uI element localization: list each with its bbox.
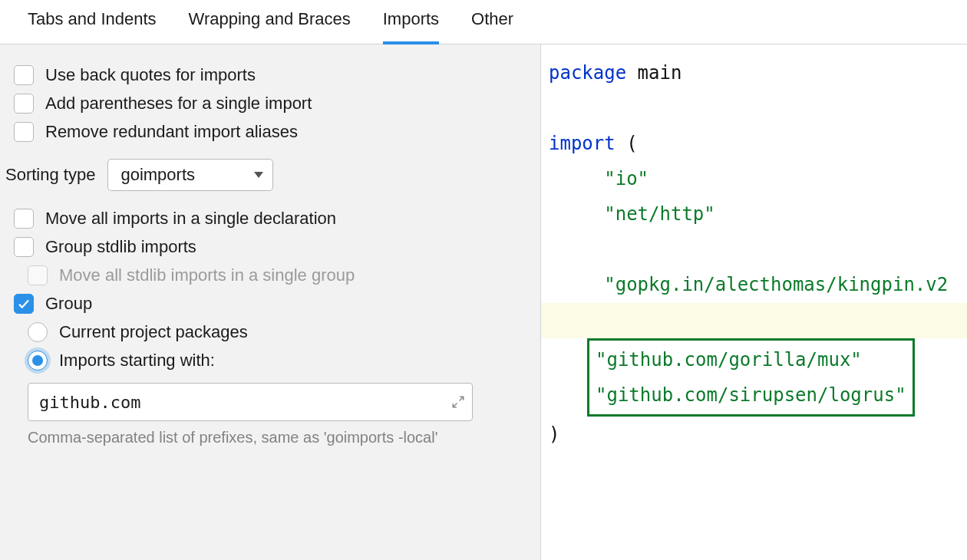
move-all-single-declaration-label: Move all imports in a single declaration: [45, 209, 336, 229]
prefix-hint: Comma-separated list of prefixes, same a…: [28, 429, 533, 446]
add-parentheses-label: Add parentheses for a single import: [45, 94, 312, 114]
imports-starting-with-radio[interactable]: [28, 351, 48, 371]
tab-wrapping-and-braces[interactable]: Wrapping and Braces: [189, 9, 351, 44]
import-prefix-input[interactable]: [28, 383, 473, 421]
group-checkbox[interactable]: [14, 294, 34, 314]
move-all-single-declaration-checkbox[interactable]: [14, 209, 34, 229]
remove-redundant-aliases-checkbox[interactable]: [14, 122, 34, 142]
options-panel: Use back quotes for imports Add parenthe…: [0, 44, 541, 560]
code-highlight-line: [541, 303, 967, 338]
group-stdlib-checkbox[interactable]: [14, 237, 34, 257]
code-package-keyword: package: [549, 62, 626, 84]
tab-other[interactable]: Other: [471, 9, 513, 44]
code-import-keyword: import: [549, 133, 616, 154]
use-back-quotes-label: Use back quotes for imports: [45, 65, 256, 85]
code-package-name: main: [626, 62, 682, 84]
group-stdlib-label: Group stdlib imports: [45, 237, 196, 257]
code-import-nethttp: "net/http": [604, 203, 715, 225]
tab-imports[interactable]: Imports: [383, 9, 439, 44]
svg-line-1: [453, 404, 457, 407]
current-project-packages-label: Current project packages: [59, 322, 248, 342]
sorting-type-label: Sorting type: [5, 165, 95, 185]
move-stdlib-single-group-checkbox: [28, 265, 48, 285]
add-parentheses-checkbox[interactable]: [14, 94, 34, 114]
svg-line-0: [460, 397, 464, 400]
remove-redundant-aliases-label: Remove redundant import aliases: [45, 122, 298, 142]
expand-icon[interactable]: [451, 395, 465, 409]
sorting-type-value: goimports: [120, 165, 195, 185]
code-grouped-imports-box: "github.com/gorilla/mux" "github.com/sir…: [587, 338, 915, 417]
sorting-type-select[interactable]: goimports: [107, 159, 273, 191]
code-import-kingpin: "gopkg.in/alecthomas/kingpin.v2: [604, 274, 948, 295]
group-label: Group: [45, 294, 92, 314]
current-project-packages-radio[interactable]: [28, 322, 48, 342]
tabbar: Tabs and Indents Wrapping and Braces Imp…: [0, 0, 967, 44]
tab-tabs-and-indents[interactable]: Tabs and Indents: [28, 9, 157, 44]
use-back-quotes-checkbox[interactable]: [14, 65, 34, 85]
code-import-mux: "github.com/gorilla/mux": [596, 349, 862, 371]
code-open-paren: (: [616, 133, 638, 154]
chevron-down-icon: [254, 172, 263, 178]
imports-starting-with-label: Imports starting with:: [59, 351, 215, 371]
code-preview: package main import ( "io" "net/http" "g…: [541, 44, 967, 560]
code-import-io: "io": [604, 168, 649, 189]
code-close-paren: ): [549, 423, 559, 445]
code-import-logrus: "github.com/sirupsen/logrus": [596, 384, 906, 406]
move-stdlib-single-group-label: Move all stdlib imports in a single grou…: [59, 265, 355, 285]
